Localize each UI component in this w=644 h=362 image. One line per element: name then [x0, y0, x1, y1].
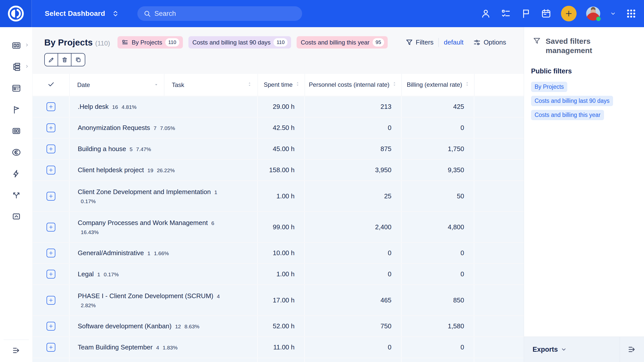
expand-row-button[interactable]: [47, 123, 55, 132]
table-row[interactable]: Company Processes and Work Management6 1…: [33, 212, 524, 242]
sidebar-item-lightning[interactable]: [0, 163, 32, 184]
search-bar[interactable]: [137, 6, 302, 21]
table-row[interactable]: Team Building September41.83% 11.00 h 0 …: [33, 337, 524, 357]
user-menu[interactable]: [586, 7, 600, 21]
column-header[interactable]: Billing (external rate): [402, 74, 474, 96]
empty-cell: [474, 160, 524, 180]
filter-chip[interactable]: Costs and billing last 90 days 110: [188, 36, 291, 49]
expand-row-button[interactable]: [47, 102, 55, 111]
tasks-button[interactable]: [501, 8, 511, 19]
column-header[interactable]: Date: [70, 74, 164, 96]
divider: [438, 38, 439, 47]
panel-footer: Exports: [524, 337, 644, 362]
project-name: General/Administrative: [78, 249, 144, 257]
expand-row-button[interactable]: [47, 296, 55, 305]
table-row[interactable]: Building a house57.47% 45.00 h 875 1,750: [33, 139, 524, 159]
sidebar-item-flag-pennant[interactable]: [0, 99, 32, 120]
sidebar-item-split-arrows[interactable]: [0, 184, 32, 206]
sidebar-item-euro[interactable]: [0, 142, 32, 163]
sidebar-item-box-arrow-up[interactable]: [0, 206, 32, 227]
billing-cell: 0: [402, 337, 474, 357]
project-cell: Anonymization Requests77.05%: [70, 118, 258, 138]
apps-grid-button[interactable]: [626, 8, 636, 19]
public-filters-list: By ProjectsCosts and billing last 90 day…: [531, 82, 644, 120]
public-filter-chip[interactable]: Costs and billing this year: [531, 110, 604, 120]
table-row[interactable]: Legal10.17% 1.00 h 0 0: [33, 264, 524, 284]
sidebar-expand-button[interactable]: [11, 345, 21, 355]
billing-cell: 1,750: [402, 139, 474, 159]
spent-time-cell: 45.00 h: [258, 139, 305, 159]
personnel-costs-cell: 465: [305, 285, 402, 315]
app-logo[interactable]: [0, 0, 32, 27]
expand-row-button[interactable]: [47, 166, 55, 174]
percent-share: 4.81%: [122, 104, 137, 110]
view-list-icon: [122, 39, 129, 46]
expand-row-button[interactable]: [47, 223, 55, 232]
sidebar-item-tree[interactable]: [0, 56, 32, 77]
table-row[interactable]: PHASE I - Client Zone Development (SCRUM…: [33, 285, 524, 315]
pencil-button[interactable]: [45, 54, 58, 66]
personnel-costs-cell: 0: [305, 118, 402, 138]
trash-button[interactable]: [58, 54, 71, 66]
expand-row-button[interactable]: [47, 145, 55, 153]
user-button[interactable]: [480, 8, 491, 19]
expand-row-button[interactable]: [47, 249, 55, 257]
main-content: By Projects(110) By Projects 110 Costs a…: [33, 27, 524, 362]
exports-button[interactable]: Exports: [533, 337, 567, 362]
table-row[interactable]: Waterfall - Implementation of IS3422.74%…: [33, 358, 524, 362]
panel-collapse-button[interactable]: [620, 337, 644, 362]
dashboard-selector[interactable]: Select Dashboard: [45, 10, 119, 18]
plus-icon: [565, 9, 573, 18]
sidebar-item-browser[interactable]: [0, 77, 32, 99]
spent-time-cell: 137.00 h: [258, 358, 305, 362]
public-filter-chip[interactable]: Costs and billing last 90 days: [531, 96, 613, 106]
filter-chip[interactable]: Costs and billing this year 95: [297, 36, 388, 49]
personnel-costs-cell: 875: [305, 139, 402, 159]
flag-button[interactable]: [521, 8, 531, 19]
filter-chip[interactable]: By Projects 110: [117, 36, 183, 49]
task-count: 1: [147, 250, 150, 256]
header-actions: Filters default Options: [405, 38, 524, 47]
chevron-down-icon[interactable]: [610, 10, 616, 17]
table-row[interactable]: Software development (Kanban)128.63% 52.…: [33, 316, 524, 336]
column-header[interactable]: Personnel costs (internal rate): [305, 74, 402, 96]
task-count: 4: [217, 293, 220, 299]
column-header[interactable]: Spent time: [258, 74, 305, 96]
sidebar-item-modules[interactable]: [0, 120, 32, 142]
public-filter-chip[interactable]: By Projects: [531, 82, 567, 92]
table-row[interactable]: .Help desk164.81% 29.00 h 213 425: [33, 97, 524, 117]
personnel-costs-cell: 0: [305, 243, 402, 263]
expand-row-button[interactable]: [47, 322, 55, 331]
default-preset-link[interactable]: default: [444, 38, 463, 46]
table-row[interactable]: Client helpdesk project1926.22% 158.00 h…: [33, 160, 524, 180]
project-cell: Company Processes and Work Management6 1…: [70, 212, 258, 242]
plus-icon: [48, 104, 54, 109]
task-count: 19: [147, 167, 153, 173]
column-header[interactable]: Task: [164, 74, 258, 96]
tasks-icon: [501, 8, 511, 19]
column-header-label: Date: [77, 81, 90, 88]
add-button[interactable]: [561, 6, 577, 21]
options-button[interactable]: Options: [473, 38, 506, 47]
plus-icon: [48, 224, 54, 230]
project-name: Software development (Kanban): [78, 322, 172, 330]
empty-cell: [474, 212, 524, 242]
calendar-button[interactable]: [541, 8, 551, 19]
filter-chip-count: 95: [373, 38, 384, 47]
project-name: Team Building September: [78, 343, 153, 351]
dashboard-selector-label: Select Dashboard: [45, 10, 105, 18]
copy-button[interactable]: [71, 54, 85, 66]
sidebar-item-dashboard[interactable]: [0, 35, 32, 56]
table-row[interactable]: Client Zone Development and Implementati…: [33, 181, 524, 211]
table-row[interactable]: Anonymization Requests77.05% 42.50 h 0 0: [33, 118, 524, 138]
spent-time-cell: 99.00 h: [258, 212, 305, 242]
expand-row-button[interactable]: [47, 192, 55, 201]
table-row[interactable]: General/Administrative11.66% 10.00 h 0 0: [33, 243, 524, 263]
billing-cell: 425: [402, 97, 474, 117]
select-all-header[interactable]: [33, 74, 70, 96]
search-input[interactable]: [154, 10, 296, 18]
plus-icon: [48, 345, 54, 350]
filters-button[interactable]: Filters: [405, 38, 434, 47]
expand-row-button[interactable]: [47, 343, 55, 352]
expand-row-button[interactable]: [47, 270, 55, 279]
